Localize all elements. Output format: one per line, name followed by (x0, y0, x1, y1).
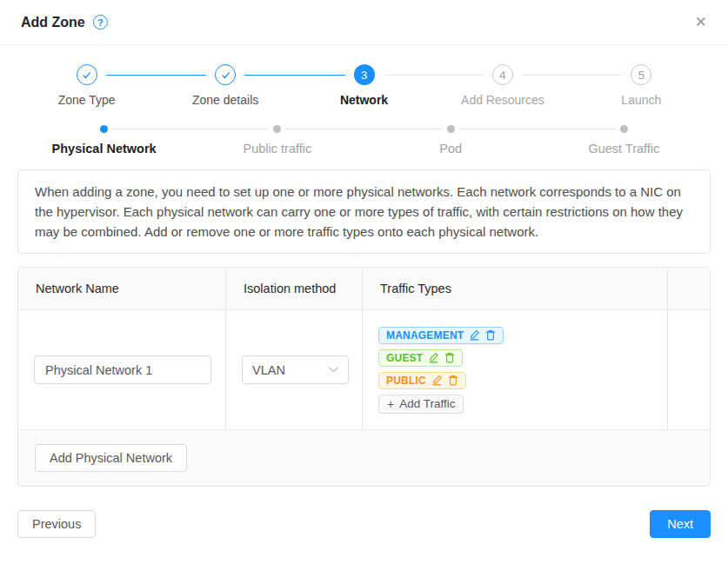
wizard-actions: Previous Next (17, 510, 711, 538)
dialog-body: Zone Type Zone details 3 Networ (0, 64, 728, 538)
plus-icon: + (387, 397, 394, 411)
substep-label: Pod (439, 142, 462, 156)
substep-physical-network: Physical Network (17, 125, 190, 156)
step-zone-details[interactable]: Zone details (156, 64, 294, 107)
network-name-input[interactable] (34, 355, 211, 384)
step-connector (17, 75, 68, 76)
substep-label: Public traffic (244, 142, 312, 156)
substep-label: Guest Traffic (588, 142, 659, 156)
check-icon (220, 70, 231, 81)
isolation-method-value: VLAN (252, 363, 285, 377)
row-actions-cell (668, 310, 710, 429)
dialog-title: Add Zone (21, 15, 85, 30)
substep-guest-traffic: Guest Traffic (538, 125, 711, 156)
step-check-circle (215, 64, 236, 85)
substep-dot (447, 125, 455, 133)
substep-connector (190, 129, 269, 129)
column-header-traffic-types: Traffic Types (363, 268, 668, 309)
delete-icon[interactable] (444, 352, 455, 363)
info-box: When adding a zone, you need to set up o… (17, 169, 711, 254)
step-number-circle: 4 (492, 64, 513, 85)
physical-network-table: Network Name Isolation method Traffic Ty… (17, 267, 711, 487)
previous-button[interactable]: Previous (17, 510, 96, 538)
step-launch[interactable]: 5 Launch (572, 64, 711, 107)
step-connector (106, 75, 157, 76)
column-header-network-name: Network Name (18, 268, 226, 309)
substep-connector (285, 129, 364, 129)
substep-connector (17, 129, 96, 129)
step-connector (572, 75, 623, 76)
step-network[interactable]: 3 Network (295, 64, 433, 107)
substep-connector (364, 129, 443, 129)
column-header-actions (668, 268, 710, 309)
delete-icon[interactable] (485, 329, 496, 341)
step-connector (156, 75, 206, 76)
traffic-tag-guest: GUEST (378, 349, 463, 367)
isolation-method-select[interactable]: VLAN (242, 355, 349, 384)
step-number-circle: 3 (354, 64, 375, 85)
step-label: Launch (621, 93, 661, 107)
substep-connector (459, 129, 538, 129)
next-button[interactable]: Next (650, 510, 711, 538)
check-icon (81, 70, 92, 81)
help-icon[interactable]: ? (93, 15, 108, 30)
traffic-tag-management: MANAGEMENT (378, 327, 504, 344)
step-connector (384, 75, 434, 76)
column-header-isolation-method: Isolation method (226, 268, 363, 309)
dialog-header: Add Zone ? ✕ (0, 0, 728, 45)
network-substeps: Physical Network Public traffic Pod (17, 125, 711, 156)
substep-dot (100, 125, 108, 133)
table-footer: Add Physical Network (18, 429, 710, 486)
substep-connector (632, 129, 711, 129)
substep-label: Physical Network (52, 142, 157, 156)
step-label: Add Resources (461, 93, 544, 107)
step-connector (244, 75, 295, 76)
traffic-tag-label: GUEST (386, 352, 423, 364)
traffic-tag-label: MANAGEMENT (386, 329, 464, 342)
substep-connector (538, 129, 616, 129)
step-check-circle (77, 64, 97, 85)
add-zone-dialog: Add Zone ? ✕ Zone Type (0, 0, 728, 564)
table-row: VLAN MANAGEMENT GUEST (18, 310, 710, 429)
substep-dot (620, 125, 628, 133)
chevron-down-icon (329, 367, 338, 373)
add-traffic-button[interactable]: + Add Traffic (378, 395, 464, 414)
edit-icon[interactable] (431, 375, 443, 386)
wizard-steps: Zone Type Zone details 3 Networ (17, 64, 711, 107)
step-add-resources[interactable]: 4 Add Resources (433, 64, 571, 107)
edit-icon[interactable] (469, 329, 480, 341)
substep-connector (112, 129, 190, 129)
substep-dot (273, 125, 281, 133)
close-icon[interactable]: ✕ (695, 15, 707, 30)
step-label: Network (340, 93, 388, 107)
substep-pod: Pod (364, 125, 538, 156)
add-traffic-label: Add Traffic (399, 397, 455, 410)
step-connector (522, 75, 572, 76)
add-physical-network-button[interactable]: Add Physical Network (35, 444, 187, 472)
edit-icon[interactable] (428, 352, 439, 363)
step-zone-type[interactable]: Zone Type (17, 64, 156, 107)
step-connector (433, 75, 484, 76)
step-number-circle: 5 (631, 64, 651, 85)
step-label: Zone details (192, 93, 258, 107)
table-header-row: Network Name Isolation method Traffic Ty… (18, 268, 710, 310)
delete-icon[interactable] (448, 375, 458, 386)
step-label: Zone Type (58, 93, 116, 107)
traffic-tag-public: PUBLIC (378, 372, 466, 389)
substep-public-traffic: Public traffic (190, 125, 364, 156)
step-connector (660, 75, 711, 76)
traffic-tag-label: PUBLIC (386, 375, 426, 387)
step-connector (295, 75, 345, 76)
